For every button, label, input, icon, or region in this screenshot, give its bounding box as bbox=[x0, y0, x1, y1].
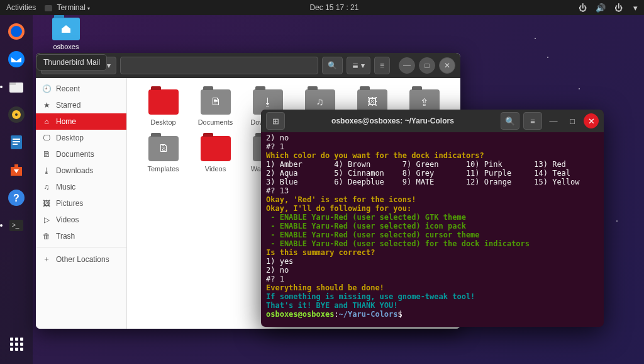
dock-firefox[interactable] bbox=[4, 19, 29, 44]
minimize-button[interactable]: — bbox=[399, 57, 415, 74]
sidebar-item-label: Downloads bbox=[56, 166, 93, 175]
sidebar-item-recent[interactable]: 🕘Recent bbox=[36, 81, 126, 97]
folder-documents[interactable]: 🖹Documents bbox=[192, 89, 239, 126]
dock-thunderbird[interactable] bbox=[4, 47, 29, 72]
terminal-minimize-button[interactable]: — bbox=[546, 113, 561, 128]
sidebar-item-label: Recent bbox=[56, 84, 80, 93]
maximize-button[interactable]: □ bbox=[419, 57, 435, 74]
svg-text:?: ? bbox=[13, 193, 19, 203]
sidebar-item-icon: 🗑 bbox=[42, 232, 51, 241]
sidebar-item-other-locations[interactable]: ＋Other Locations bbox=[36, 250, 126, 268]
sidebar-item-icon: ⌂ bbox=[42, 117, 51, 126]
sidebar-item-downloads[interactable]: ⭳Downloads bbox=[36, 162, 126, 179]
folder-videos[interactable]: Videos bbox=[192, 136, 239, 173]
sidebar-item-pictures[interactable]: 🖼Pictures bbox=[36, 195, 126, 212]
sidebar-item-starred[interactable]: ★Starred bbox=[36, 97, 126, 113]
sidebar-item-label: Home bbox=[56, 117, 76, 126]
sidebar-item-label: Trash bbox=[56, 232, 75, 241]
svg-rect-10 bbox=[13, 141, 20, 142]
path-bar[interactable] bbox=[120, 57, 318, 74]
terminal-maximize-button[interactable]: □ bbox=[565, 113, 580, 128]
svg-point-7 bbox=[15, 113, 18, 116]
system-menu-chevron[interactable]: ▾ bbox=[633, 3, 638, 13]
sidebar-item-icon: 🖼 bbox=[42, 199, 51, 208]
sidebar-item-label: Documents bbox=[56, 150, 94, 159]
clock[interactable]: Dec 15 17 : 21 bbox=[90, 3, 579, 12]
terminal-headerbar: ⊞ osboxes@osboxes: ~/Yaru-Colors 🔍 ≡ — □… bbox=[261, 110, 604, 132]
dock-help[interactable]: ? bbox=[4, 185, 29, 210]
dock: ? >_ bbox=[0, 15, 33, 364]
files-sidebar: 🕘Recent★Starred⌂Home🖵Desktop🖹Documents⭳D… bbox=[36, 78, 127, 329]
sidebar-item-icon: 🖵 bbox=[42, 134, 51, 142]
terminal-body[interactable]: 2) no#? 1Which color do you want for the… bbox=[261, 132, 604, 320]
dock-software[interactable] bbox=[4, 157, 29, 183]
terminal-window: ⊞ osboxes@osboxes: ~/Yaru-Colors 🔍 ≡ — □… bbox=[261, 110, 604, 327]
sidebar-item-label: Starred bbox=[56, 101, 80, 110]
dock-rhythmbox[interactable] bbox=[4, 102, 29, 127]
sidebar-item-label: Pictures bbox=[56, 199, 83, 208]
sidebar-item-videos[interactable]: ▷Videos bbox=[36, 212, 126, 228]
close-button[interactable]: ✕ bbox=[439, 57, 455, 74]
sidebar-item-music[interactable]: ♫Music bbox=[36, 179, 126, 195]
svg-rect-4 bbox=[9, 82, 16, 85]
sidebar-item-icon: ♫ bbox=[42, 183, 51, 191]
terminal-menu-button[interactable]: ≡ bbox=[523, 112, 542, 130]
dock-terminal[interactable]: >_ bbox=[4, 213, 29, 238]
hamburger-button[interactable]: ≡ bbox=[374, 57, 390, 74]
new-tab-button[interactable]: ⊞ bbox=[266, 112, 285, 130]
sidebar-item-documents[interactable]: 🖹Documents bbox=[36, 146, 126, 162]
svg-rect-11 bbox=[13, 144, 18, 145]
sidebar-item-label: Desktop bbox=[56, 134, 84, 142]
sidebar-item-icon: 🕘 bbox=[42, 84, 51, 93]
desktop-home-folder[interactable]: osboxes bbox=[47, 18, 85, 50]
svg-point-2 bbox=[8, 51, 25, 67]
sidebar-item-icon: ▷ bbox=[42, 215, 51, 224]
terminal-title: osboxes@osboxes: ~/Yaru-Colors bbox=[289, 117, 497, 125]
top-bar: Activities Terminal▾ Dec 15 17 : 21 ⏻ 🔊 … bbox=[0, 0, 644, 15]
sound-icon[interactable]: 🔊 bbox=[596, 3, 606, 13]
sidebar-item-label: Videos bbox=[56, 215, 79, 224]
power-icon[interactable]: ⏻ bbox=[614, 3, 623, 13]
sidebar-item-icon: ＋ bbox=[42, 254, 51, 264]
sidebar-item-label: Other Locations bbox=[56, 255, 109, 264]
sidebar-item-label: Music bbox=[56, 183, 75, 191]
dock-libreoffice[interactable] bbox=[4, 130, 29, 155]
svg-point-1 bbox=[11, 26, 22, 37]
folder-templates[interactable]: 🖺Templates bbox=[140, 136, 187, 173]
view-options-button[interactable]: ≣ ▾ bbox=[347, 57, 370, 74]
folder-desktop[interactable]: Desktop bbox=[140, 89, 187, 126]
sidebar-item-icon: 🖹 bbox=[42, 150, 51, 159]
sidebar-item-home[interactable]: ⌂Home bbox=[36, 113, 126, 130]
svg-text:>_: >_ bbox=[12, 222, 19, 229]
terminal-search-button[interactable]: 🔍 bbox=[501, 112, 519, 130]
show-applications-button[interactable] bbox=[5, 333, 28, 355]
network-icon[interactable]: ⏻ bbox=[579, 3, 587, 13]
activities-button[interactable]: Activities bbox=[6, 3, 36, 12]
sidebar-item-desktop[interactable]: 🖵Desktop bbox=[36, 130, 126, 146]
search-button[interactable]: 🔍 bbox=[322, 57, 343, 74]
sidebar-item-icon: ★ bbox=[42, 101, 51, 110]
terminal-close-button[interactable]: ✕ bbox=[584, 113, 599, 128]
dock-files[interactable] bbox=[4, 74, 29, 100]
app-menu[interactable]: Terminal▾ bbox=[45, 3, 89, 12]
svg-rect-9 bbox=[13, 139, 20, 140]
sidebar-item-icon: ⭳ bbox=[42, 166, 51, 175]
dock-tooltip: Thunderbird Mail bbox=[36, 54, 107, 71]
sidebar-item-trash[interactable]: 🗑Trash bbox=[36, 228, 126, 244]
